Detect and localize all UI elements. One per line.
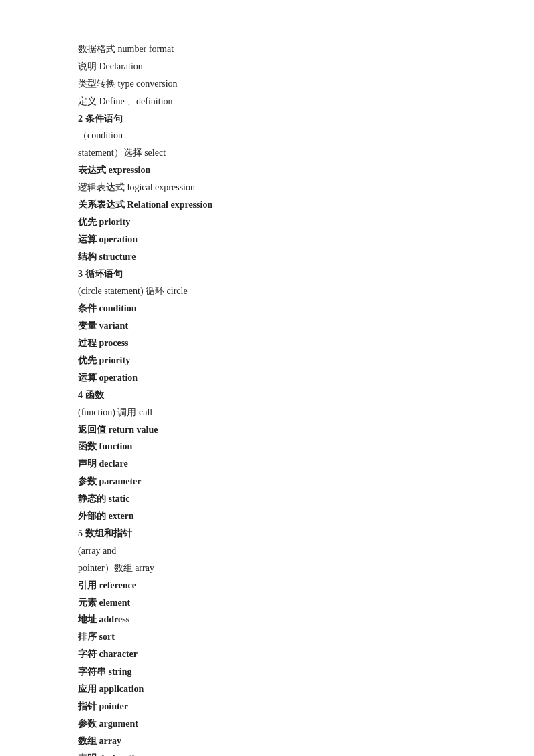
content-line: (array and bbox=[78, 542, 456, 560]
content-line: 函数 function bbox=[78, 438, 456, 455]
content-line: 返回值 return value bbox=[78, 421, 456, 439]
content-line: 运算 operation bbox=[78, 369, 456, 387]
main-content: 数据格式 number format说明 Declaration类型转换 typ… bbox=[0, 27, 534, 756]
content-line: 数组 array bbox=[78, 733, 456, 750]
content-line: 类型转换 type conversion bbox=[78, 75, 456, 93]
content-line: (function) 调用 call bbox=[78, 404, 456, 421]
content-line: 结构 structure bbox=[78, 248, 456, 266]
content-line: 指针 pointer bbox=[78, 698, 456, 715]
content-line: 字符串 string bbox=[78, 663, 456, 681]
content-line: 参数 argument bbox=[78, 715, 456, 733]
content-line: 地址 address bbox=[78, 611, 456, 628]
content-line: 应用 application bbox=[78, 681, 456, 698]
content-line: 字符 character bbox=[78, 646, 456, 663]
content-line: 优先 priority bbox=[78, 214, 456, 231]
content-line: 定义 Define 、definition bbox=[78, 93, 456, 110]
content-line: 关系表达式 Relational expression bbox=[78, 196, 456, 214]
content-line: 数据格式 number format bbox=[78, 41, 456, 58]
content-line: pointer）数组 array bbox=[78, 560, 456, 577]
content-line: 优先 priority bbox=[78, 352, 456, 369]
content-line: 4 函数 bbox=[78, 387, 456, 404]
content-line: 条件 condition bbox=[78, 300, 456, 317]
content-line: 3 循环语句 bbox=[78, 266, 456, 283]
content-line: 声明 declaration bbox=[78, 750, 456, 756]
content-line: 表达式 expression bbox=[78, 162, 456, 179]
content-line: 5 数组和指针 bbox=[78, 525, 456, 542]
content-line: (circle statement) 循环 circle bbox=[78, 282, 456, 300]
content-line: 逻辑表达式 logical expression bbox=[78, 179, 456, 196]
content-line: statement）选择 select bbox=[78, 144, 456, 162]
content-line: 运算 operation bbox=[78, 231, 456, 248]
content-line: 排序 sort bbox=[78, 628, 456, 646]
content-line: （condition bbox=[78, 127, 456, 144]
content-line: 外部的 extern bbox=[78, 508, 456, 525]
content-line: 变量 variant bbox=[78, 317, 456, 335]
content-line: 参数 parameter bbox=[78, 473, 456, 490]
content-line: 静态的 static bbox=[78, 490, 456, 508]
content-line: 说明 Declaration bbox=[78, 58, 456, 75]
content-line: 过程 process bbox=[78, 335, 456, 352]
content-line: 2 条件语句 bbox=[78, 110, 456, 128]
content-line: 引用 reference bbox=[78, 577, 456, 594]
content-line: 元素 element bbox=[78, 594, 456, 612]
content-line: 声明 declare bbox=[78, 455, 456, 473]
